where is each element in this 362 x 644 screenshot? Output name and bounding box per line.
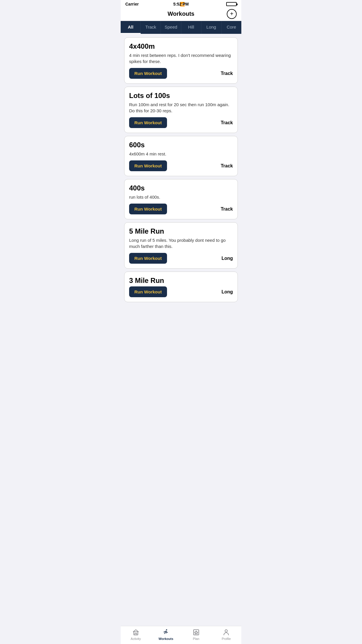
- filter-tab-all[interactable]: All: [121, 21, 141, 34]
- workout-card-w4: 400srun lots of 400s.Run WorkoutTrack: [124, 179, 238, 219]
- workout-footer: Run WorkoutLong: [129, 253, 233, 264]
- workout-list: 4x400m4 min rest between reps. I don't r…: [121, 34, 241, 328]
- filter-tab-long[interactable]: Long: [201, 21, 222, 34]
- run-workout-button[interactable]: Run Workout: [129, 68, 167, 79]
- workout-title: 3 Mile Run: [129, 276, 233, 285]
- workout-category: Track: [221, 206, 233, 212]
- header: Workouts +: [121, 8, 241, 21]
- workout-footer: Run WorkoutTrack: [129, 68, 233, 79]
- workout-card-w5: 5 Mile RunLong run of 5 miles. You proba…: [124, 222, 238, 269]
- workout-card-w2: Lots of 100sRun 100m and rest for 20 sec…: [124, 87, 238, 133]
- filter-tabs: AllTrackSpeedHillLongCore: [121, 21, 241, 34]
- workout-card-w1: 4x400m4 min rest between reps. I don't r…: [124, 37, 238, 84]
- run-workout-button[interactable]: Run Workout: [129, 117, 167, 128]
- workout-description: Run 100m and rest for 20 sec then run 10…: [129, 102, 233, 114]
- workout-description: 4x600m 4 min rest.: [129, 151, 233, 157]
- time-label: 5:52 PM: [173, 2, 189, 6]
- workout-card-w3: 600s4x600m 4 min rest.Run WorkoutTrack: [124, 136, 238, 176]
- workout-category: Track: [221, 163, 233, 169]
- workout-footer: Run WorkoutTrack: [129, 117, 233, 128]
- filter-tab-speed[interactable]: Speed: [161, 21, 181, 34]
- workout-category: Long: [222, 256, 233, 261]
- page-title: Workouts: [168, 10, 194, 17]
- filter-tab-hill[interactable]: Hill: [181, 21, 201, 34]
- status-bar: Carrier 📶 5:52 PM: [121, 0, 241, 8]
- run-workout-button[interactable]: Run Workout: [129, 160, 167, 171]
- workout-title: 5 Mile Run: [129, 227, 233, 235]
- workout-description: run lots of 400s.: [129, 194, 233, 200]
- workout-category: Long: [222, 289, 233, 295]
- carrier-label: Carrier: [125, 2, 139, 6]
- workout-card-w6: 3 Mile RunRun WorkoutLong: [124, 272, 238, 302]
- workout-category: Track: [221, 71, 233, 76]
- add-workout-button[interactable]: +: [227, 9, 237, 19]
- workout-title: Lots of 100s: [129, 92, 233, 100]
- filter-tab-core[interactable]: Core: [222, 21, 241, 34]
- workout-footer: Run WorkoutTrack: [129, 160, 233, 171]
- workout-footer: Run WorkoutTrack: [129, 204, 233, 214]
- workout-footer: Run WorkoutLong: [129, 286, 233, 297]
- run-workout-button[interactable]: Run Workout: [129, 253, 167, 264]
- workout-description: 4 min rest between reps. I don't recomme…: [129, 52, 233, 64]
- run-workout-button[interactable]: Run Workout: [129, 204, 167, 214]
- workout-title: 4x400m: [129, 42, 233, 50]
- workout-title: 400s: [129, 184, 233, 192]
- filter-tab-track[interactable]: Track: [141, 21, 161, 34]
- workout-description: Long run of 5 miles. You probably dont n…: [129, 237, 233, 249]
- workout-title: 600s: [129, 141, 233, 149]
- workout-category: Track: [221, 120, 233, 125]
- run-workout-button[interactable]: Run Workout: [129, 286, 167, 297]
- battery-icon: [226, 2, 237, 6]
